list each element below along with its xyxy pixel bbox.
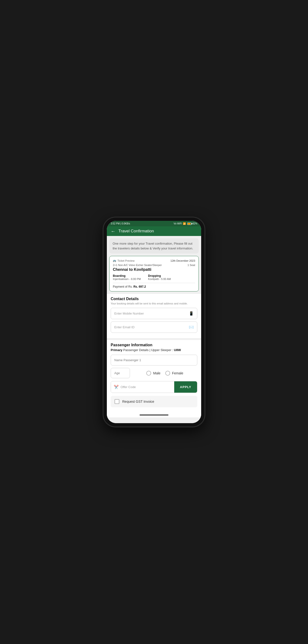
payment-amount: Rs. 697.2 <box>133 285 146 288</box>
passenger-primary-info: Primary Passenger Details | Upper Sleepe… <box>111 348 197 352</box>
ticket-divider <box>113 283 195 283</box>
boarding-value: Injambakkam - 6:00 PM <box>113 278 141 280</box>
contact-section-title: Contact Details <box>111 297 197 301</box>
status-time: 3:52 PM | 0.0KB/s <box>111 222 130 225</box>
offer-code-placeholder: Offer Code <box>120 385 136 389</box>
status-icons: Vo WiFi 📶 82% <box>174 222 197 225</box>
seat-code: U8W <box>174 348 181 352</box>
details-label: Passenger Details | Upper Sleeper : <box>123 348 174 352</box>
boarding-info: Boarding Injambakkam - 6:00 PM <box>113 274 141 280</box>
ticket-stops: Boarding Injambakkam - 6:00 PM Dropping … <box>113 274 195 280</box>
payment-label: Payment of Rs. <box>113 285 132 288</box>
network-label: Vo WiFi <box>174 222 182 225</box>
primary-label: Primary <box>111 348 122 352</box>
ticket-preview-label: 🚌 Ticket Preview <box>113 259 134 262</box>
offer-code-row: ✂️ Offer Code APPLY <box>111 381 197 393</box>
contact-details-section: Contact Details Your booking details wil… <box>107 294 201 338</box>
age-input[interactable] <box>111 368 130 378</box>
offer-input-container[interactable]: ✂️ Offer Code <box>111 381 174 393</box>
ticket-type-row: 2+1 Non A/C Volvo Eicher Seater/Sleeper … <box>113 264 195 266</box>
male-radio[interactable]: Male <box>146 371 160 376</box>
mobile-input-container[interactable]: Enter Mobile Number 📱 <box>111 308 197 319</box>
bus-icon: 🚌 <box>113 259 116 262</box>
apply-button[interactable]: APPLY <box>174 381 197 393</box>
ticket-route: Chennai to Kovilpatti <box>113 268 195 272</box>
ticket-seats: 1 Seat <box>188 264 195 266</box>
phone-frame: 3:52 PM | 0.0KB/s Vo WiFi 📶 82% ← Travel… <box>103 218 205 426</box>
passenger-section-title: Passenger Information <box>111 343 197 347</box>
home-indicator <box>107 410 201 418</box>
dropping-label: Dropping <box>148 274 171 278</box>
offer-icon: ✂️ <box>114 385 119 389</box>
male-radio-circle <box>146 371 151 376</box>
page-title: Travel Confirmation <box>118 229 154 234</box>
ticket-payment: Payment of Rs. Rs. 697.2 <box>113 285 195 288</box>
back-button[interactable]: ← <box>111 229 115 234</box>
scroll-area: One more step for your Travel confirmati… <box>107 236 201 423</box>
gst-row[interactable]: Request GST Invoice <box>111 396 197 407</box>
contact-section-subtitle: Your booking details will be sent to thi… <box>111 302 197 305</box>
male-label: Male <box>153 371 160 375</box>
gst-label: Request GST Invoice <box>122 400 154 404</box>
dropping-info: Dropping Kovilpatti - 5:00 AM <box>148 274 171 280</box>
home-bar <box>139 414 169 416</box>
ticket-bus-type: 2+1 Non A/C Volvo Eicher Seater/Sleeper <box>113 264 162 266</box>
mobile-icon: 📱 <box>189 311 194 316</box>
info-banner-text: One more step for your Travel confirmati… <box>113 242 193 250</box>
info-banner: One more step for your Travel confirmati… <box>109 238 199 254</box>
email-placeholder: Enter Email ID <box>114 325 134 329</box>
mobile-placeholder: Enter Mobile Number <box>114 312 144 315</box>
female-radio[interactable]: Female <box>165 371 183 376</box>
dropping-value: Kovilpatti - 5:00 AM <box>148 278 171 280</box>
age-gender-row: Male Female <box>111 368 197 378</box>
ticket-date: 12th December 2023 <box>170 259 195 262</box>
passenger-name-input[interactable] <box>111 355 197 366</box>
battery-percent: 82% <box>193 222 197 225</box>
female-label: Female <box>172 371 183 375</box>
phone-screen: 3:52 PM | 0.0KB/s Vo WiFi 📶 82% ← Travel… <box>107 221 201 423</box>
email-input-container[interactable]: Enter Email ID ✉️ <box>111 322 197 333</box>
gender-radio-group: Male Female <box>132 371 197 376</box>
female-radio-circle <box>165 371 170 376</box>
ticket-header: 🚌 Ticket Preview 12th December 2023 <box>113 259 195 262</box>
gst-checkbox[interactable] <box>114 399 119 404</box>
battery-icon <box>187 222 192 225</box>
passenger-section: Passenger Information Primary Passenger … <box>107 340 201 410</box>
app-header: ← Travel Confirmation <box>107 226 201 236</box>
email-icon: ✉️ <box>189 325 194 330</box>
boarding-label: Boarding <box>113 274 141 278</box>
ticket-card: 🚌 Ticket Preview 12th December 2023 2+1 … <box>109 256 199 292</box>
wifi-icon: 📶 <box>183 222 186 225</box>
status-bar: 3:52 PM | 0.0KB/s Vo WiFi 📶 82% <box>107 221 201 226</box>
